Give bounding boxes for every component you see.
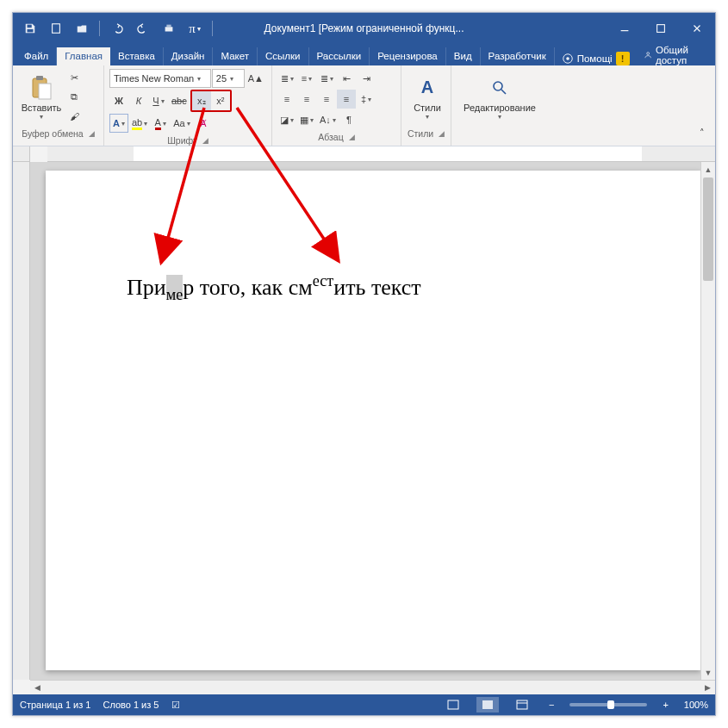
- bullets-button[interactable]: ≣: [277, 69, 296, 88]
- tab-home[interactable]: Главная: [57, 47, 110, 65]
- tab-file[interactable]: Файл: [16, 47, 57, 65]
- copy-button[interactable]: ⧉: [65, 88, 84, 106]
- tab-layout[interactable]: Макет: [213, 47, 258, 65]
- maximize-button[interactable]: [643, 16, 679, 40]
- equation-icon[interactable]: π▾: [183, 16, 207, 40]
- highlight-button[interactable]: ab: [129, 114, 150, 133]
- document-text[interactable]: Пример того, как сместить текст: [127, 272, 421, 304]
- save-icon[interactable]: [18, 16, 42, 40]
- font-group-label: Шрифт: [167, 135, 197, 146]
- underline-button[interactable]: Ч: [149, 91, 168, 110]
- line-spacing-button[interactable]: ‡: [357, 90, 376, 109]
- show-marks-button[interactable]: ¶: [339, 110, 358, 129]
- undo-icon[interactable]: [105, 16, 129, 40]
- tell-me[interactable]: Помощі !: [555, 52, 637, 65]
- scroll-right-button[interactable]: ▶: [700, 681, 715, 694]
- view-read-button[interactable]: [442, 697, 464, 712]
- styles-launcher[interactable]: ◢: [439, 129, 445, 138]
- document-page[interactable]: Пример того, как сместить текст: [46, 171, 700, 670]
- increase-indent-button[interactable]: ⇥: [357, 69, 376, 88]
- tab-design[interactable]: Дизайн: [164, 47, 214, 65]
- align-right-button[interactable]: ≡: [317, 90, 336, 109]
- font-name-combo[interactable]: Times New Roman▾: [109, 69, 211, 88]
- minimize-button[interactable]: [607, 16, 643, 40]
- bold-button[interactable]: Ж: [109, 91, 128, 110]
- styles-button[interactable]: A Стили ▾: [407, 69, 448, 126]
- italic-button[interactable]: К: [129, 91, 148, 110]
- redo-icon[interactable]: [131, 16, 155, 40]
- workspace: Пример того, как сместить текст ▲ ▼: [13, 162, 715, 680]
- scroll-thumb[interactable]: [703, 177, 713, 281]
- ruler-horizontal[interactable]: [47, 146, 715, 162]
- svg-rect-6: [657, 25, 665, 33]
- close-button[interactable]: [679, 16, 715, 40]
- zoom-knob[interactable]: [607, 700, 614, 709]
- strike-button[interactable]: abc: [169, 91, 190, 110]
- align-center-button[interactable]: ≡: [297, 90, 316, 109]
- font-size-combo[interactable]: 25▾: [212, 69, 245, 88]
- superscript-button[interactable]: x²: [211, 91, 230, 110]
- view-web-button[interactable]: [511, 697, 533, 712]
- multilevel-button[interactable]: ≣: [317, 69, 336, 88]
- tab-review[interactable]: Рецензирова: [370, 47, 446, 65]
- paste-label: Вставить: [22, 103, 62, 113]
- paste-button[interactable]: Вставить ▾: [18, 69, 65, 126]
- align-left-button[interactable]: ≡: [277, 90, 296, 109]
- collapse-ribbon-button[interactable]: ˄: [693, 123, 712, 142]
- font-color-button[interactable]: A: [151, 114, 170, 133]
- open-icon[interactable]: [70, 16, 94, 40]
- svg-line-14: [501, 90, 506, 94]
- tab-view[interactable]: Вид: [446, 47, 481, 65]
- tab-references[interactable]: Ссылки: [258, 47, 309, 65]
- status-proof-icon[interactable]: ☑: [171, 700, 180, 711]
- quick-print-icon[interactable]: [157, 16, 181, 40]
- clear-format-button[interactable]: A̸: [194, 114, 213, 133]
- horizontal-scrollbar[interactable]: ◀ ▶: [30, 680, 715, 694]
- scroll-down-button[interactable]: ▼: [701, 665, 715, 680]
- subsup-highlight: x₂ x²: [190, 90, 232, 112]
- svg-rect-3: [165, 27, 173, 31]
- borders-button[interactable]: ▦: [297, 110, 316, 129]
- new-doc-icon[interactable]: [44, 16, 68, 40]
- tab-mailings[interactable]: Рассылки: [309, 47, 370, 65]
- ruler-vertical[interactable]: [13, 162, 30, 680]
- tab-developer[interactable]: Разработчик: [481, 47, 555, 65]
- cut-button[interactable]: ✂: [65, 69, 84, 87]
- view-print-button[interactable]: [476, 697, 499, 712]
- paragraph-launcher[interactable]: ◢: [349, 133, 355, 141]
- align-justify-button[interactable]: ≡: [337, 90, 356, 109]
- change-case-button[interactable]: Aa: [171, 114, 192, 133]
- superscript-label: x²: [216, 96, 224, 106]
- numbering-button[interactable]: ≡: [297, 69, 316, 88]
- grow-font-button[interactable]: A▲: [246, 69, 266, 88]
- font-launcher[interactable]: ◢: [202, 136, 208, 145]
- sort-button[interactable]: A↓: [317, 110, 339, 129]
- scroll-up-button[interactable]: ▲: [701, 162, 715, 177]
- share-button[interactable]: Общий доступ: [637, 45, 712, 65]
- scroll-left-button[interactable]: ◀: [30, 681, 45, 694]
- subscript-button[interactable]: x₂: [192, 91, 211, 110]
- svg-rect-11: [36, 76, 43, 80]
- zoom-slider[interactable]: [569, 703, 647, 706]
- editing-button[interactable]: Редактирование ▾: [457, 69, 543, 126]
- clipboard-launcher[interactable]: ◢: [89, 129, 95, 138]
- numbering-icon: ≡: [302, 73, 307, 84]
- styles-label: Стили: [414, 103, 441, 113]
- warning-icon: !: [616, 52, 630, 65]
- underline-label: Ч: [152, 96, 159, 106]
- zoom-value[interactable]: 100%: [684, 700, 708, 710]
- titlebar: π▾ Документ1 [Режим ограниченной функц..…: [13, 13, 715, 44]
- tab-insert[interactable]: Вставка: [110, 47, 164, 65]
- text-post: ить текст: [333, 275, 420, 300]
- group-styles: A Стили ▾ Стили◢: [401, 65, 451, 146]
- vertical-scrollbar[interactable]: ▲ ▼: [700, 162, 715, 680]
- zoom-out-button[interactable]: −: [545, 700, 557, 710]
- status-page[interactable]: Страница 1 из 1: [20, 700, 90, 710]
- shading-button[interactable]: ◪: [277, 110, 296, 129]
- format-painter-button[interactable]: 🖌: [65, 108, 84, 126]
- copy-icon: ⧉: [71, 91, 78, 103]
- zoom-in-button[interactable]: +: [659, 700, 671, 710]
- status-words[interactable]: Слово 1 из 5: [103, 700, 159, 710]
- decrease-indent-button[interactable]: ⇤: [337, 69, 356, 88]
- text-effects-button[interactable]: A: [109, 114, 128, 133]
